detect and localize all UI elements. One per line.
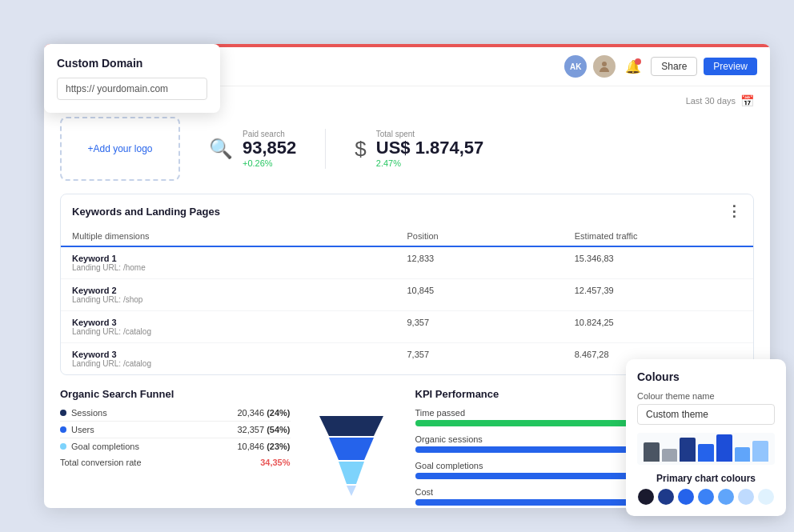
mini-bar xyxy=(644,442,660,462)
kw-url: Landing URL: /shop xyxy=(72,295,407,304)
kpi-total-spent: $ Total spent US$ 1.874,57 2.47% xyxy=(342,122,496,175)
avatar-ak: AK xyxy=(564,55,587,78)
kw-position: 12,833 xyxy=(407,254,575,272)
kw-position: 10,845 xyxy=(407,286,575,304)
legend-label: Users xyxy=(71,425,94,434)
col-dimensions: Multiple dimensions xyxy=(72,231,407,241)
kpi-value-1: US$ 1.874,57 xyxy=(376,138,484,158)
svg-marker-1 xyxy=(319,416,383,436)
colour-theme-label: Colour theme name xyxy=(637,391,775,401)
kw-traffic: 10.824,25 xyxy=(575,318,742,336)
legend-dot xyxy=(60,410,66,416)
kw-name: Keyword 2 xyxy=(72,286,407,295)
kw-traffic: 12.457,39 xyxy=(575,286,742,304)
search-icon: 🔍 xyxy=(209,138,233,160)
colour-swatch[interactable] xyxy=(678,489,694,505)
colour-swatch[interactable] xyxy=(658,489,674,505)
funnel-title: Organic Search Funnel xyxy=(60,388,399,400)
custom-domain-popup: Custom Domain xyxy=(44,44,220,113)
funnel-legend-row: Sessions 20,346 (24%) xyxy=(60,408,291,422)
date-range-label: Last 30 days xyxy=(686,96,736,106)
funnel-items: Sessions 20,346 (24%) Users 32,357 (54%)… xyxy=(60,408,291,454)
mini-bar xyxy=(698,444,714,462)
progress-bar-fill xyxy=(415,446,660,453)
keywords-title: Keywords and Landing Pages xyxy=(72,206,220,218)
kw-url: Landing URL: /catalog xyxy=(72,359,407,368)
svg-marker-2 xyxy=(329,438,374,460)
mini-bar xyxy=(680,438,696,462)
conversion-value: 34,35% xyxy=(260,458,290,467)
kpi-perf-label-text: Organic sessions xyxy=(415,434,483,444)
funnel-legend: Sessions 20,346 (24%) Users 32,357 (54%)… xyxy=(60,408,291,467)
keywords-header: Keywords and Landing Pages ⋮ xyxy=(61,194,753,226)
kpi-perf-label-text: Goal completions xyxy=(415,461,483,470)
col-position: Position xyxy=(407,231,575,241)
primary-colours-label: Primary chart colours xyxy=(637,473,775,484)
legend-label: Goal completions xyxy=(71,442,139,451)
mini-bar xyxy=(716,434,732,462)
kw-url: Landing URL: /home xyxy=(72,263,407,272)
keywords-table: Multiple dimensions Position Estimated t… xyxy=(61,226,753,374)
kpi-perf-label-text: Cost xyxy=(415,487,434,497)
legend-value: 32,357 (54%) xyxy=(237,425,290,434)
notification-bell[interactable]: 🔔 xyxy=(622,55,644,78)
funnel-card: Organic Search Funnel Sessions 20,346 (2… xyxy=(60,388,399,508)
svg-marker-3 xyxy=(339,462,364,484)
col-traffic: Estimated traffic xyxy=(575,231,742,241)
colour-swatch[interactable] xyxy=(638,489,654,505)
legend-dot xyxy=(60,443,66,450)
kw-traffic: 15.346,83 xyxy=(575,254,742,272)
legend-value: 10,846 (23%) xyxy=(237,442,290,451)
kpi-paid-search: 🔍 Paid search 93,852 +0.26% xyxy=(196,122,309,175)
colours-panel-title: Colours xyxy=(637,370,775,383)
keywords-rows: Keyword 1 Landing URL: /home 12,833 15.3… xyxy=(61,247,753,374)
kw-name: Keyword 3 xyxy=(72,318,407,327)
funnel-legend-row: Users 32,357 (54%) xyxy=(60,425,291,438)
kw-url: Landing URL: /catalog xyxy=(72,327,407,336)
table-row: Keyword 2 Landing URL: /shop 10,845 12.4… xyxy=(61,279,753,311)
kpi-divider xyxy=(325,129,326,169)
funnel-svg xyxy=(311,408,391,504)
colour-swatch[interactable] xyxy=(698,489,714,505)
kpi-value-0: 93,852 xyxy=(243,138,296,158)
custom-domain-title: Custom Domain xyxy=(57,57,207,70)
colour-swatch[interactable] xyxy=(718,489,734,505)
svg-marker-4 xyxy=(347,486,356,496)
logo-placeholder[interactable]: +Add your logo xyxy=(60,117,180,181)
mini-bar xyxy=(752,441,768,462)
table-row: Keyword 3 Landing URL: /catalog 9,357 10… xyxy=(61,311,753,343)
kw-position: 9,357 xyxy=(407,318,575,336)
more-options-button[interactable]: ⋮ xyxy=(727,202,742,220)
kw-name: Keyword 3 xyxy=(72,350,407,359)
funnel-legend-row: Goal completions 10,846 (23%) xyxy=(60,442,291,454)
kpi-row: +Add your logo 🔍 Paid search 93,852 +0.2… xyxy=(60,117,754,181)
legend-label: Sessions xyxy=(71,408,107,418)
kw-position: 7,357 xyxy=(407,350,575,368)
mini-bar-chart xyxy=(637,433,775,465)
kpi-change-1: 2.47% xyxy=(376,158,484,168)
colour-theme-input[interactable] xyxy=(637,404,775,425)
progress-bar-fill xyxy=(415,473,636,479)
table-row: Keyword 1 Landing URL: /home 12,833 15.3… xyxy=(61,247,753,279)
keywords-card: Keywords and Landing Pages ⋮ Multiple di… xyxy=(60,194,754,375)
kpi-perf-label-text: Time passed xyxy=(415,408,466,418)
legend-value: 20,346 (24%) xyxy=(237,408,290,418)
share-button[interactable]: Share xyxy=(651,57,697,76)
table-head: Multiple dimensions Position Estimated t… xyxy=(61,226,753,247)
domain-input[interactable] xyxy=(57,78,207,100)
preview-button[interactable]: Preview xyxy=(704,58,757,75)
kpi-change-0: +0.26% xyxy=(243,158,296,168)
conversion-row: Total conversion rate 34,35% xyxy=(60,458,291,467)
svg-point-0 xyxy=(602,62,607,66)
colour-swatch[interactable] xyxy=(738,489,754,505)
calendar-icon[interactable]: 📅 xyxy=(740,94,754,107)
mini-bar xyxy=(662,449,678,462)
conversion-label: Total conversion rate xyxy=(60,458,142,467)
kw-name: Keyword 1 xyxy=(72,254,407,263)
avatar-photo xyxy=(593,55,616,78)
colour-swatches xyxy=(637,489,775,505)
colour-swatch[interactable] xyxy=(758,489,774,505)
legend-dot xyxy=(60,426,66,433)
colours-panel: Colours Colour theme name Primary chart … xyxy=(626,359,786,516)
mini-bar xyxy=(735,447,751,462)
